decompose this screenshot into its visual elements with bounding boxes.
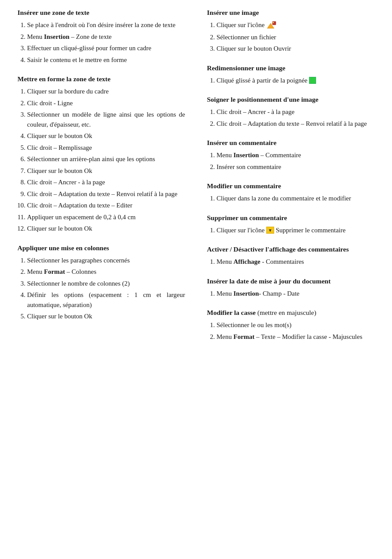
section-delete-comment: Supprimer un commentaire Cliquer sur l'i… <box>207 214 375 235</box>
section-change-case: Modifier la casse (mettre en majuscule) … <box>207 309 375 342</box>
bold-insertion: Insertion <box>44 33 69 40</box>
list-change-case: Sélectionner le ou les mot(s) Menu Forma… <box>207 320 375 342</box>
bold-insertion-2: Insertion <box>234 152 259 159</box>
list-item: Clic droit - Ligne <box>27 98 185 108</box>
list-item: Appliquer un espacement de 0,2 à 0,4 cm <box>27 212 185 222</box>
section-title-apply-columns: Appliquer une mise en colonnes <box>17 244 185 252</box>
list-item: Cliquer dans la zone du commentaire et l… <box>217 193 375 204</box>
list-position-image: Clic droit – Ancrer - à la page Clic dro… <box>207 107 375 128</box>
list-insert-comment: Menu Insertion – Commentaire Insérer son… <box>207 150 375 172</box>
list-item: Clic droit – Adaptation du texte – Edite… <box>27 200 185 210</box>
yellow-dropdown-icon: ▼ <box>266 227 274 234</box>
list-item: Effectuer un cliqué-glissé pour former u… <box>27 43 185 53</box>
list-item: Clic droit – Adaptation du texte – Renvo… <box>217 119 375 129</box>
list-item: Cliquer sur le bouton Ok <box>27 311 185 321</box>
list-item: Clic droit – Remplissage <box>27 143 185 153</box>
list-item: Sélectionner les paragraphes concernés <box>27 255 185 266</box>
section-resize-image: Redimensionner une image Cliqué glissé à… <box>207 64 375 86</box>
list-item: Menu Format – Colonnes <box>27 267 185 277</box>
section-apply-columns: Appliquer une mise en colonnes Sélection… <box>17 244 185 321</box>
right-column: Insérer une image Cliquer sur l'icône Sé… <box>203 9 375 352</box>
list-modify-comment: Cliquer dans la zone du commentaire et l… <box>207 193 375 204</box>
list-item: Définir les options (espacement : 1 cm e… <box>27 290 185 310</box>
section-title-modify-comment: Modifier un commentaire <box>207 182 375 190</box>
section-title-insert-comment: Insérer un commentaire <box>207 139 375 147</box>
section-title-resize-image: Redimensionner une image <box>207 64 375 72</box>
list-resize-image: Cliqué glissé à partir de la poignée <box>207 76 375 86</box>
section-modify-comment: Modifier un commentaire Cliquer dans la … <box>207 182 375 204</box>
section-title-insert-text-zone: Insérer une zone de texte <box>17 9 185 17</box>
list-item: Sélectionner un arrière-plan ainsi que l… <box>27 154 185 164</box>
list-item: Cliquer sur le bouton Ouvrir <box>217 44 375 54</box>
green-square-icon <box>309 77 316 84</box>
section-title-insert-image: Insérer une image <box>207 9 375 17</box>
section-title-position-image: Soigner le positionnement d'une image <box>207 96 375 104</box>
list-item: Cliqué glissé à partir de la poignée <box>217 76 375 86</box>
insert-image-icon <box>266 21 277 30</box>
list-item: Menu Insertion – Commentaire <box>217 150 375 160</box>
list-item: Cliquer sur la bordure du cadre <box>27 86 185 97</box>
list-toggle-comments: Menu Affichage - Commentaires <box>207 257 375 267</box>
list-item: Sélectionner le nombre de colonnes (2) <box>27 279 185 289</box>
section-insert-image: Insérer une image Cliquer sur l'icône Sé… <box>207 9 375 54</box>
list-item: Menu Insertion – Zone de texte <box>27 32 185 42</box>
list-item: Se place à l'endroit où l'on désire insé… <box>27 20 185 30</box>
section-format-text-zone: Mettre en forme la zone de texte Cliquer… <box>17 75 185 234</box>
left-column: Insérer une zone de texte Se place à l'e… <box>17 9 189 352</box>
section-insert-text-zone: Insérer une zone de texte Se place à l'e… <box>17 9 185 65</box>
svg-point-2 <box>272 22 274 23</box>
list-item: Cliquer sur l'icône <box>217 20 375 31</box>
section-title-toggle-comments: Activer / Désactiver l'affichage des com… <box>207 245 375 253</box>
list-insert-date: Menu Insertion- Champ - Date <box>207 289 375 299</box>
list-delete-comment: Cliquer sur l'icône ▼ Supprimer le comme… <box>207 225 375 235</box>
section-subtitle-change-case: (mettre en majuscule) <box>258 309 316 316</box>
list-item: Menu Affichage - Commentaires <box>217 257 375 267</box>
list-item: Cliquer sur le bouton Ok <box>27 131 185 141</box>
section-title-delete-comment: Supprimer un commentaire <box>207 214 375 222</box>
section-insert-date: Insérer la date de mise à jour du docume… <box>207 277 375 299</box>
list-item: Cliquer sur le bouton Ok <box>27 166 185 176</box>
section-title-change-case: Modifier la casse (mettre en majuscule) <box>207 309 375 317</box>
list-item: Insérer son commentaire <box>217 162 375 172</box>
list-item: Sélectionner le ou les mot(s) <box>217 320 375 330</box>
list-item: Menu Format – Texte – Modifier la casse … <box>217 332 375 342</box>
list-item: Saisir le contenu et le mettre en forme <box>27 55 185 65</box>
bold-insertion-3: Insertion <box>234 290 259 297</box>
list-item: Sélectionner un fichier <box>217 32 375 42</box>
section-position-image: Soigner le positionnement d'une image Cl… <box>207 96 375 128</box>
list-item: Menu Insertion- Champ - Date <box>217 289 375 299</box>
section-insert-comment: Insérer un commentaire Menu Insertion – … <box>207 139 375 172</box>
bold-affichage: Affichage <box>234 258 261 265</box>
section-toggle-comments: Activer / Désactiver l'affichage des com… <box>207 245 375 267</box>
section-title-format-text-zone: Mettre en forme la zone de texte <box>17 75 185 83</box>
list-item: Clic droit – Ancrer - à la page <box>217 107 375 117</box>
bold-format: Format <box>44 268 65 275</box>
list-item: Clic droit – Adaptation du texte – Renvo… <box>27 189 185 199</box>
list-insert-image: Cliquer sur l'icône Sélectionner un fich… <box>207 20 375 54</box>
list-format-text-zone: Cliquer sur la bordure du cadre Clic dro… <box>17 86 185 234</box>
bold-format-2: Format <box>234 333 254 340</box>
list-item: Cliquer sur l'icône ▼ Supprimer le comme… <box>217 225 375 235</box>
list-apply-columns: Sélectionner les paragraphes concernés M… <box>17 255 185 321</box>
list-item: Cliquer sur le bouton Ok <box>27 224 185 234</box>
list-insert-text-zone: Se place à l'endroit où l'on désire insé… <box>17 20 185 65</box>
section-title-insert-date: Insérer la date de mise à jour du docume… <box>207 277 375 285</box>
svg-rect-1 <box>272 21 276 25</box>
list-item: Sélectionner un modèle de ligne ainsi qu… <box>27 110 185 129</box>
list-item: Clic droit – Ancrer - à la page <box>27 177 185 187</box>
